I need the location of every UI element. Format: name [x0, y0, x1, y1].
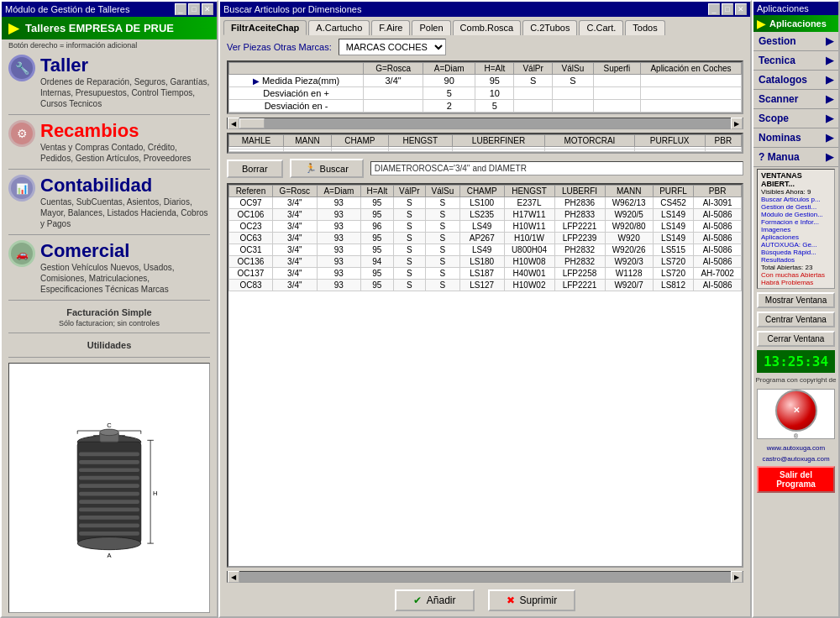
ventana-item-7[interactable]: Búsqueda Rápid...	[761, 249, 831, 256]
center-minimize-button[interactable]: _	[708, 3, 720, 15]
brands-thumb[interactable]	[239, 118, 265, 128]
tab-combustion[interactable]: Comb.Rosca	[453, 20, 522, 35]
filter-select[interactable]: MARCAS COCHES TODAS MARCAS CAMION	[339, 39, 446, 55]
brands-cell-2-6[interactable]	[545, 149, 634, 152]
tab-faire[interactable]: F.Aire	[371, 20, 410, 35]
result-row-1[interactable]: OC1063/4"9395SSLS235H17W11PH2833W920/5LS…	[229, 209, 742, 221]
recambios-section[interactable]: ⚙ Recambios Ventas y Compras Contado, Cr…	[2, 117, 217, 167]
right-menu-tecnica[interactable]: Tecnica ▶	[753, 51, 838, 71]
tab-todos[interactable]: Todos	[625, 20, 664, 35]
ventana-item-2[interactable]: Módulo de Gestion...	[761, 211, 831, 218]
right-nav[interactable]: ▶ Aplicaciones	[753, 15, 838, 32]
cerrar-ventana-button[interactable]: Cerrar Ventana	[757, 331, 835, 347]
dim-valsu-2[interactable]	[552, 100, 593, 113]
ventana-item-4[interactable]: Imagenes	[761, 226, 831, 233]
right-menu-scanner[interactable]: Scanner ▶	[753, 90, 838, 109]
comercial-section[interactable]: 🚗 Comercial Gestion Vehículos Nuevos, Us…	[2, 237, 217, 298]
result-row-2[interactable]: OC233/4"9396SSLS49H10W11LFP2221W920/80LS…	[229, 221, 742, 233]
tab-c2tubos[interactable]: C.2Tubos	[522, 20, 577, 35]
dim-aplicacion-1[interactable]	[641, 87, 742, 100]
centrar-ventana-button[interactable]: Centrar Ventana	[757, 312, 835, 327]
dim-aplicacion-2[interactable]	[641, 100, 742, 113]
brands-cell-2-7[interactable]	[634, 149, 705, 152]
mostrar-ventana-button[interactable]: Mostrar Ventana	[757, 292, 835, 308]
dim-alt-2[interactable]: 5	[475, 100, 514, 113]
divider-4	[8, 300, 210, 301]
dim-valpr-2[interactable]	[514, 100, 553, 113]
facturacion-section[interactable]: Facturación Simple Sólo facturacion; sin…	[2, 302, 217, 331]
res-col-diam: A=Diam	[317, 186, 360, 197]
company-bar[interactable]: ▶ Talleres EMPRESA DE PRUE	[2, 17, 217, 39]
borrar-button[interactable]: Borrar	[227, 160, 283, 178]
ventana-item-6[interactable]: AUTOXUGA: Ge...	[761, 241, 831, 249]
res-scroll-left[interactable]: ◀	[228, 571, 239, 583]
result-cell-5-9: W920/3	[605, 256, 653, 268]
dim-rosca-2[interactable]	[364, 100, 423, 113]
ventana-item-3[interactable]: Formacion e Infor...	[761, 218, 831, 226]
ventana-item-8[interactable]: Resultados	[761, 256, 831, 264]
brands-cell-2-5[interactable]	[452, 149, 544, 152]
tab-filtro[interactable]: FiltrAceiteChap	[223, 20, 307, 35]
taller-section[interactable]: 🔧 Taller Ordenes de Reparación, Seguros,…	[2, 51, 217, 113]
contabilidad-title[interactable]: Contabilidad	[40, 175, 210, 196]
brands-cell-2-8[interactable]	[705, 149, 741, 152]
brands-cell-2-1[interactable]	[229, 149, 284, 152]
delete-button[interactable]: ✖ Suprimir	[488, 589, 576, 611]
minimize-button[interactable]: _	[175, 3, 186, 15]
brands-cell-2-4[interactable]	[388, 149, 452, 152]
salir-button[interactable]: Salir del Programa	[757, 466, 835, 493]
add-button[interactable]: ✔ Añadir	[395, 589, 475, 611]
brands-cell-2-2[interactable]	[283, 149, 331, 152]
tab-cartucho[interactable]: A.Cartucho	[308, 20, 370, 35]
right-menu-nominas[interactable]: Nominas ▶	[753, 128, 838, 148]
comercial-title[interactable]: Comercial	[40, 240, 210, 262]
result-row-7[interactable]: OC833/4"9395SSLS127H10W02LFP2221W920/7LS…	[229, 280, 742, 291]
result-row-5[interactable]: OC1363/4"9394SSLS180H10W08PH2832W920/3LS…	[229, 256, 742, 268]
svg-rect-24	[79, 468, 139, 472]
dim-diam-0[interactable]: 90	[423, 75, 475, 87]
utilidades-section[interactable]: Utilidades	[2, 335, 217, 355]
dim-diam-2[interactable]: 2	[423, 100, 475, 113]
brands-cell-2-3[interactable]	[332, 149, 389, 152]
ventana-item-1[interactable]: Gestion de Gesti...	[761, 203, 831, 211]
dim-valsu-0[interactable]: S	[552, 75, 593, 87]
dim-superfi-2[interactable]	[593, 100, 640, 113]
center-close-button[interactable]: ✕	[735, 3, 747, 15]
taller-title[interactable]: Taller	[40, 55, 210, 76]
ventana-item-5[interactable]: Aplicaciones	[761, 233, 831, 241]
dim-valpr-0[interactable]: S	[514, 75, 553, 87]
dim-rosca-1[interactable]	[364, 87, 423, 100]
dim-alt-0[interactable]: 95	[475, 75, 514, 87]
result-row-4[interactable]: OC313/4"9395SSLS49U800H04PH2832W920/26LS…	[229, 244, 742, 256]
buscar-button[interactable]: 🏃 Buscar	[290, 159, 364, 178]
scroll-right-arrow[interactable]: ▶	[731, 118, 743, 129]
dim-diam-1[interactable]: 5	[423, 87, 475, 100]
recambios-title[interactable]: Recambios	[40, 120, 210, 142]
maximize-button[interactable]: □	[188, 3, 200, 15]
dim-valpr-1[interactable]	[514, 87, 553, 100]
ventana-item-0[interactable]: Buscar Articulos p...	[761, 196, 831, 203]
right-menu-gestion[interactable]: Gestion ▶	[753, 32, 838, 51]
result-row-3[interactable]: OC633/4"9395SSAP267H10/1WLFP2239W920LS14…	[229, 233, 742, 244]
result-row-0[interactable]: OC973/4"9395SSLS100E237LPH2836W962/13CS4…	[229, 197, 742, 209]
dim-valsu-1[interactable]	[552, 87, 593, 100]
dim-superfi-1[interactable]	[593, 87, 640, 100]
result-row-6[interactable]: OC1373/4"9395SSLS187H40W01LFP2258W1128LS…	[229, 268, 742, 280]
right-menu-scope[interactable]: Scope ▶	[753, 109, 838, 128]
dim-alt-1[interactable]: 10	[475, 87, 514, 100]
results-table-container[interactable]: Referen G=Rosc A=Diam H=Alt VálPr VálSu …	[227, 183, 743, 568]
dim-rosca-0[interactable]: 3/4"	[364, 75, 423, 87]
right-menu-catalogos[interactable]: Catalogos ▶	[753, 71, 838, 90]
dim-aplicacion-0[interactable]	[641, 75, 742, 87]
tab-ccart[interactable]: C.Cart.	[579, 20, 623, 35]
dim-superfi-0[interactable]	[593, 75, 640, 87]
tab-polen[interactable]: Polen	[412, 20, 450, 35]
email-label[interactable]: castro@autoxuga.com	[755, 455, 837, 463]
close-button[interactable]: ✕	[202, 3, 213, 15]
contabilidad-section[interactable]: 📊 Contabilidad Cuentas, SubCuentas, Asie…	[2, 171, 217, 233]
res-scroll-right[interactable]: ▶	[731, 571, 743, 583]
website-label[interactable]: www.autoxuga.com	[755, 444, 837, 452]
right-menu-manual[interactable]: ? Manua ▶	[753, 148, 838, 167]
scroll-left-arrow[interactable]: ◀	[228, 118, 239, 129]
center-maximize-button[interactable]: □	[722, 3, 733, 15]
